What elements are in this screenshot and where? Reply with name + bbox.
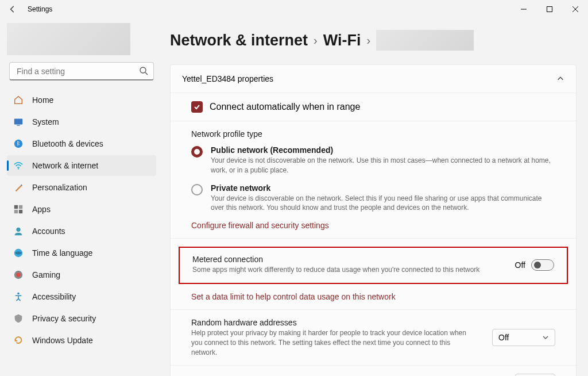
- random-hw-section: Random hardware addresses Help protect y…: [171, 309, 576, 365]
- search-box[interactable]: [9, 62, 154, 80]
- private-network-desc: Your device is discoverable on the netwo…: [211, 194, 555, 213]
- sidebar-item-label: Network & internet: [32, 161, 98, 170]
- sidebar-item-time[interactable]: Time & language: [7, 243, 156, 263]
- time-icon: [13, 247, 24, 259]
- firewall-link[interactable]: Configure firewall and security settings: [191, 221, 555, 230]
- chevron-right-icon: ›: [366, 34, 370, 47]
- random-hw-desc: Help protect your privacy by making it h…: [191, 328, 467, 357]
- main-content: Network & internet › Wi-Fi › Yettel_ED34…: [161, 18, 588, 376]
- svg-point-4: [140, 67, 146, 73]
- system-icon: [13, 116, 24, 128]
- sidebar-item-label: Home: [32, 95, 53, 105]
- connect-auto-section: Connect automatically when in range: [171, 93, 576, 121]
- accounts-icon: [13, 225, 24, 237]
- metered-highlight: Metered connection Some apps might work …: [179, 247, 568, 284]
- random-hw-title: Random hardware addresses: [191, 318, 467, 327]
- svg-point-14: [16, 228, 20, 232]
- network-icon: [13, 160, 24, 171]
- profile-placeholder: [7, 23, 130, 55]
- privacy-icon: [13, 313, 24, 324]
- svg-rect-7: [17, 125, 20, 125]
- back-button[interactable]: [5, 1, 21, 17]
- home-icon: [13, 94, 24, 106]
- svg-line-5: [145, 72, 148, 75]
- personalization-icon: [13, 182, 24, 193]
- private-network-label: Private network: [211, 183, 555, 193]
- breadcrumb: Network & internet › Wi-Fi ›: [170, 30, 577, 51]
- sidebar-item-label: Accessibility: [32, 292, 76, 301]
- breadcrumb-wifi[interactable]: Wi-Fi: [323, 32, 361, 49]
- sidebar-item-label: Apps: [32, 205, 51, 214]
- sidebar-item-home[interactable]: Home: [7, 90, 156, 110]
- sidebar-item-gaming[interactable]: Gaming: [7, 264, 156, 285]
- sidebar-item-label: Personalization: [32, 183, 87, 192]
- sidebar-item-label: System: [32, 117, 59, 126]
- maximize-button[interactable]: [536, 0, 562, 18]
- svg-rect-13: [19, 210, 22, 213]
- panel-title: Yettel_ED3484 properties: [182, 74, 273, 83]
- metered-desc: Some apps might work differently to redu…: [192, 265, 479, 275]
- public-network-desc: Your device is not discoverable on the n…: [211, 156, 555, 175]
- chevron-up-icon: [556, 75, 564, 83]
- sidebar-item-apps[interactable]: Apps: [7, 199, 156, 220]
- close-button[interactable]: [562, 0, 588, 18]
- edit-button[interactable]: Edit: [515, 374, 555, 376]
- metered-value: Off: [515, 260, 525, 270]
- sidebar-item-label: Privacy & security: [32, 314, 96, 323]
- sidebar-item-label: Gaming: [32, 270, 60, 279]
- metered-toggle[interactable]: [531, 259, 554, 271]
- sidebar-item-personalization[interactable]: Personalization: [7, 177, 156, 198]
- svg-point-17: [16, 273, 20, 277]
- gaming-icon: [13, 269, 24, 281]
- random-hw-dropdown[interactable]: Off: [492, 329, 555, 346]
- sidebar-item-update[interactable]: Windows Update: [7, 330, 156, 351]
- connect-auto-label: Connect automatically when in range: [210, 102, 360, 112]
- data-limit-link[interactable]: Set a data limit to help control data us…: [171, 284, 576, 307]
- accessibility-icon: [13, 291, 24, 302]
- private-network-radio[interactable]: [191, 184, 203, 195]
- chevron-down-icon: [542, 334, 549, 341]
- svg-rect-1: [547, 7, 552, 12]
- profile-type-section: Network profile type Public network (Rec…: [171, 121, 576, 238]
- public-network-label: Public network (Recommended): [211, 145, 555, 155]
- breadcrumb-network[interactable]: Network & internet: [170, 32, 308, 49]
- sidebar-item-network[interactable]: Network & internet: [7, 155, 156, 176]
- search-icon: [139, 66, 148, 75]
- panel-header[interactable]: Yettel_ED3484 properties: [171, 65, 576, 93]
- apps-icon: [13, 204, 24, 215]
- minimize-button[interactable]: [510, 0, 536, 18]
- sidebar-item-bluetooth[interactable]: Bluetooth & devices: [7, 133, 156, 154]
- svg-point-18: [17, 293, 20, 295]
- sidebar-item-label: Bluetooth & devices: [32, 139, 103, 148]
- properties-panel: Yettel_ED3484 properties Connect automat…: [170, 64, 577, 376]
- profile-type-title: Network profile type: [191, 129, 555, 139]
- random-hw-value: Off: [498, 333, 509, 342]
- bluetooth-icon: [13, 138, 24, 149]
- svg-rect-10: [14, 205, 18, 209]
- search-input[interactable]: [9, 62, 154, 80]
- sidebar: Home System Bluetooth & devices Network …: [0, 18, 161, 376]
- metered-title: Metered connection: [192, 255, 479, 264]
- window-title: Settings: [28, 5, 52, 13]
- svg-rect-12: [14, 210, 18, 213]
- titlebar: Settings: [0, 0, 588, 18]
- public-network-radio[interactable]: [191, 146, 203, 158]
- update-icon: [13, 335, 24, 346]
- svg-rect-6: [14, 119, 22, 125]
- sidebar-item-accounts[interactable]: Accounts: [7, 221, 156, 241]
- connect-auto-checkbox[interactable]: [191, 101, 203, 113]
- sidebar-item-accessibility[interactable]: Accessibility: [7, 286, 156, 307]
- chevron-right-icon: ›: [314, 34, 318, 47]
- sidebar-item-label: Windows Update: [32, 336, 93, 345]
- svg-rect-11: [19, 205, 22, 209]
- sidebar-item-label: Time & language: [32, 248, 92, 258]
- sidebar-item-system[interactable]: System: [7, 112, 156, 132]
- sidebar-item-label: Accounts: [32, 227, 65, 236]
- sidebar-item-privacy[interactable]: Privacy & security: [7, 308, 156, 329]
- breadcrumb-current-placeholder: [376, 30, 474, 51]
- svg-point-9: [18, 168, 19, 169]
- ip-assignment-row: IP assignment: Automatic (DHCP) Edit: [171, 365, 576, 376]
- window-controls: [510, 0, 588, 18]
